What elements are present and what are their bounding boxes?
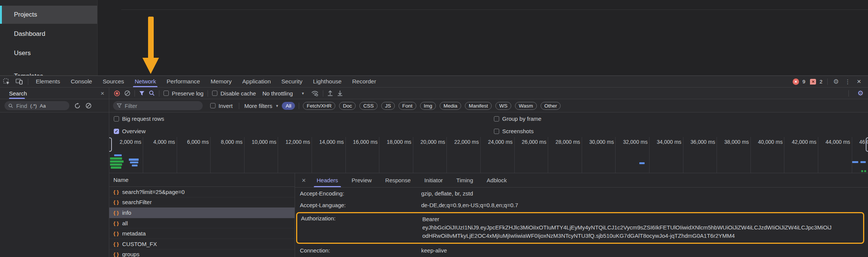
tab-lighthouse[interactable]: Lighthouse — [308, 76, 347, 87]
overview-checkbox[interactable]: Overview — [114, 128, 146, 134]
checkbox-unchecked[interactable] — [114, 116, 119, 122]
checkbox-checked[interactable] — [114, 129, 119, 134]
invert-checkbox[interactable]: Invert — [210, 103, 233, 109]
toolbar-divider — [159, 90, 159, 97]
filter-funnel-icon[interactable] — [139, 91, 145, 96]
filter-pill-ws[interactable]: WS — [495, 102, 511, 110]
invert-label: Invert — [219, 103, 233, 109]
request-row[interactable]: { }all — [109, 218, 295, 229]
timeline-tick-label: 38,000 ms — [717, 139, 749, 145]
clear-network-log-icon[interactable] — [124, 90, 130, 96]
sidebar-item-dashboard[interactable]: Dashboard — [0, 25, 97, 43]
tab-network[interactable]: Network — [129, 76, 161, 87]
filter-pill-wasm[interactable]: Wasm — [515, 102, 537, 110]
record-icon[interactable] — [114, 90, 120, 97]
disable-cache-checkbox[interactable]: Disable cache — [212, 90, 256, 97]
network-settings-gear-icon[interactable]: ⚙ — [853, 89, 868, 97]
filter-pill-font[interactable]: Font — [399, 102, 416, 110]
preserve-log-checkbox[interactable]: Preserve log — [164, 90, 203, 97]
more-filters-dropdown[interactable]: More filters ▾ — [245, 103, 278, 109]
filter-pill-media[interactable]: Media — [440, 102, 461, 110]
tab-performance[interactable]: Performance — [161, 76, 205, 87]
request-name: info — [122, 209, 131, 216]
timeline-tick-label: 24,000 ms — [481, 139, 513, 145]
tab-security[interactable]: Security — [276, 76, 308, 87]
filter-pill-other[interactable]: Other — [541, 102, 561, 110]
tab-application[interactable]: Application — [237, 76, 276, 87]
tab-console[interactable]: Console — [66, 76, 98, 87]
annotation-arrow — [148, 17, 154, 59]
clear-search-icon[interactable] — [86, 103, 92, 109]
request-row[interactable]: { }info — [109, 208, 295, 218]
details-tab-preview[interactable]: Preview — [348, 173, 375, 187]
details-tab-adblock[interactable]: Adblock — [483, 173, 510, 187]
tab-memory[interactable]: Memory — [205, 76, 237, 87]
search-pane-tab[interactable]: Search — [9, 88, 27, 99]
find-input[interactable]: Find (.*) Aa — [5, 101, 69, 110]
request-name: metadata — [122, 230, 146, 237]
search-pane-header: Search × — [0, 88, 109, 99]
request-row[interactable]: { }search?limit=25&page=0 — [109, 187, 295, 197]
details-tab-initiator[interactable]: Initiator — [420, 173, 446, 187]
filter-pill-js[interactable]: JS — [381, 102, 395, 110]
filter-pill-doc[interactable]: Doc — [339, 102, 356, 110]
name-column-header[interactable]: Name — [109, 173, 295, 187]
checkbox-unchecked[interactable] — [212, 91, 217, 96]
sidebar-item-templates[interactable]: Templates — [0, 67, 97, 75]
filter-pill-fetch-xhr[interactable]: Fetch/XHR — [303, 102, 335, 110]
search-close-icon[interactable]: × — [101, 90, 104, 97]
filter-pill-css[interactable]: CSS — [359, 102, 377, 110]
warning-badge-icon[interactable]: ✕ — [810, 79, 816, 85]
more-filters-label: More filters — [245, 103, 272, 109]
checkbox-unchecked[interactable] — [494, 129, 499, 134]
filter-pill-img[interactable]: Img — [420, 102, 436, 110]
import-har-icon[interactable] — [337, 90, 343, 96]
tab-recorder[interactable]: Recorder — [347, 76, 382, 87]
device-toolbar-icon[interactable] — [13, 78, 26, 85]
match-case-toggle[interactable]: Aa — [40, 103, 46, 109]
kebab-menu-icon[interactable]: ⋮ — [844, 78, 851, 85]
sidebar-item-projects[interactable]: Projects — [0, 6, 97, 24]
tabbar-divider — [827, 78, 828, 85]
throttling-dropdown[interactable]: No throttling ▾ — [262, 90, 304, 97]
close-details-icon[interactable]: × — [302, 177, 306, 184]
request-name: searchFilter — [122, 199, 151, 205]
checkbox-unchecked[interactable] — [210, 103, 215, 108]
request-row[interactable]: { }groups — [109, 249, 295, 257]
refresh-icon[interactable] — [74, 103, 81, 109]
regex-toggle[interactable]: (.*) — [30, 103, 37, 109]
inspect-element-icon[interactable] — [0, 78, 13, 85]
search-network-icon[interactable] — [149, 90, 155, 96]
filter-input[interactable]: Filter — [113, 101, 203, 110]
timeline-tick-label: 12,000 ms — [278, 139, 310, 145]
sidebar-item-users[interactable]: Users — [0, 44, 97, 62]
timeline-request-bar — [132, 165, 138, 166]
request-row[interactable]: { }searchFilter — [109, 197, 295, 208]
request-row[interactable]: { }CUSTOM_FX — [109, 239, 295, 249]
group-by-frame-checkbox[interactable]: Group by frame — [494, 115, 541, 122]
toolbar-divider — [134, 90, 135, 97]
request-name: groups — [122, 251, 139, 257]
tab-sources[interactable]: Sources — [98, 76, 130, 87]
checkbox-unchecked[interactable] — [494, 116, 499, 122]
request-row[interactable]: { }metadata — [109, 228, 295, 239]
big-request-rows-checkbox[interactable]: Big request rows — [114, 115, 164, 122]
timeline-overview[interactable]: 2,000 ms4,000 ms6,000 ms8,000 ms10,000 m… — [109, 137, 868, 173]
details-tab-response[interactable]: Response — [382, 173, 415, 187]
screenshots-checkbox[interactable]: Screenshots — [494, 128, 533, 134]
close-devtools-icon[interactable]: × — [854, 77, 863, 86]
details-tab-headers[interactable]: Headers — [313, 173, 342, 187]
timeline-tick-label: 42,000 ms — [785, 139, 816, 145]
export-har-icon[interactable] — [327, 90, 333, 96]
checkbox-unchecked[interactable] — [164, 91, 169, 96]
filter-pill-all[interactable]: All — [282, 102, 295, 110]
search-icon — [8, 103, 13, 108]
filter-pill-manifest[interactable]: Manifest — [465, 102, 492, 110]
toolbar-divider — [848, 90, 849, 97]
tab-elements[interactable]: Elements — [31, 76, 66, 87]
error-badge-icon[interactable]: ✕ — [793, 78, 799, 85]
settings-gear-icon[interactable]: ⚙ — [831, 78, 841, 86]
details-tab-timing[interactable]: Timing — [452, 173, 477, 187]
network-conditions-icon[interactable] — [311, 90, 319, 97]
timeline-tick-label: 20,000 ms — [413, 139, 445, 145]
